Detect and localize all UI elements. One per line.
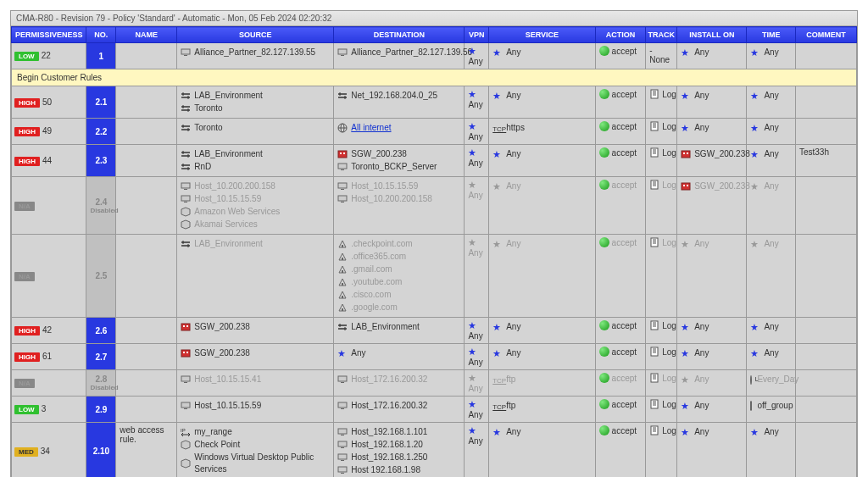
cell-action[interactable]: accept bbox=[595, 145, 646, 177]
obj-any[interactable]: ★Any bbox=[750, 90, 792, 102]
cell-permissiveness[interactable]: HIGH49 bbox=[12, 119, 86, 145]
action-accept[interactable]: accept bbox=[599, 347, 637, 357]
cell-source[interactable]: Toronto bbox=[177, 119, 334, 145]
cell-time[interactable]: ★Any bbox=[747, 43, 796, 69]
cell-track[interactable]: Log bbox=[646, 318, 677, 344]
vpn-any[interactable]: ★Any bbox=[468, 147, 485, 168]
col-permissiveness[interactable]: PERMISSIVENESS bbox=[12, 27, 86, 43]
cell-destination[interactable]: .checkpoint.com.office365.com.gmail.com.… bbox=[334, 235, 465, 318]
obj-any[interactable]: ★Any bbox=[492, 321, 591, 333]
col-install-on[interactable]: INSTALL ON bbox=[677, 27, 747, 43]
object-item[interactable]: Host 192.168.1.98 bbox=[337, 464, 460, 476]
rule-row[interactable]: N/A 2.5 LAB_Environment .checkpoint.com.… bbox=[12, 235, 857, 318]
cell-action[interactable]: accept bbox=[595, 86, 646, 119]
object-item[interactable]: Akamai Services bbox=[181, 219, 330, 230]
cell-time[interactable]: ★Any bbox=[747, 177, 796, 235]
obj-any[interactable]: ★Any bbox=[681, 347, 743, 359]
cell-vpn[interactable]: ★Any bbox=[465, 145, 489, 177]
rule-row[interactable]: N/A 2.4Disabled Host_10.200.200.158Host_… bbox=[12, 177, 857, 235]
col-destination[interactable]: DESTINATION bbox=[334, 27, 465, 43]
cell-action[interactable]: accept bbox=[595, 318, 646, 344]
object-item[interactable]: TCPhttps bbox=[492, 122, 591, 134]
obj-any[interactable]: ★Any bbox=[681, 400, 743, 412]
cell-track[interactable]: Log bbox=[646, 344, 677, 370]
action-accept[interactable]: accept bbox=[599, 320, 637, 330]
cell-track[interactable]: Log bbox=[646, 423, 677, 478]
object-item[interactable]: SGW_200.238 bbox=[181, 347, 330, 359]
rule-row[interactable]: LOW22 1 Alliance_Partner_82.127.139.55 A… bbox=[12, 43, 857, 69]
obj-any[interactable]: ★Any bbox=[681, 90, 743, 102]
object-item[interactable]: Net_192.168.204.0_25 bbox=[337, 90, 460, 102]
vpn-any[interactable]: ★Any bbox=[468, 347, 485, 367]
object-item[interactable]: .checkpoint.com bbox=[337, 238, 460, 250]
object-item[interactable]: Toronto bbox=[181, 122, 330, 134]
obj-any[interactable]: ★Any bbox=[492, 148, 591, 160]
cell-name[interactable]: web access rule. bbox=[116, 423, 177, 478]
cell-time[interactable]: ★Any bbox=[747, 344, 796, 370]
cell-source[interactable]: LAB_EnvironmentRnD bbox=[177, 145, 334, 177]
cell-source[interactable]: LAB_Environment bbox=[177, 235, 334, 318]
object-item[interactable]: Host_10.15.15.59 bbox=[337, 180, 460, 192]
cell-source[interactable]: Host_10.15.15.59 bbox=[177, 397, 334, 423]
cell-permissiveness[interactable]: HIGH42 bbox=[12, 318, 86, 344]
object-item[interactable]: RnD bbox=[181, 161, 330, 173]
cell-name[interactable] bbox=[116, 177, 177, 235]
object-item[interactable]: Amazon Web Services bbox=[181, 206, 330, 218]
rule-row[interactable]: HIGH61 2.7 SGW_200.238 ★Any ★Any ★Any ac… bbox=[12, 344, 857, 370]
object-item[interactable]: Host_10.15.15.59 bbox=[181, 400, 330, 412]
cell-destination[interactable]: LAB_Environment bbox=[334, 318, 465, 344]
cell-source[interactable]: Alliance_Partner_82.127.139.55 bbox=[177, 43, 334, 69]
vpn-any[interactable]: ★Any bbox=[468, 237, 485, 258]
cell-source[interactable]: Host_10.15.15.41 bbox=[177, 370, 334, 397]
cell-comment[interactable] bbox=[795, 397, 856, 423]
col-time[interactable]: TIME bbox=[747, 27, 796, 43]
cell-install-on[interactable]: ★Any bbox=[677, 344, 747, 370]
track-log[interactable]: Log bbox=[649, 320, 676, 330]
rule-row[interactable]: HIGH50 2.1 LAB_EnvironmentToronto Net_19… bbox=[12, 86, 857, 119]
cell-permissiveness[interactable]: N/A bbox=[12, 235, 86, 318]
col-source[interactable]: SOURCE bbox=[177, 27, 334, 43]
object-item[interactable]: LAB_Environment bbox=[337, 321, 460, 333]
cell-no[interactable]: 2.2 bbox=[86, 119, 116, 145]
cell-destination[interactable]: Alliance_Partner_82.127.139.56 bbox=[334, 43, 465, 69]
obj-any[interactable]: ★Any bbox=[750, 347, 792, 359]
object-item[interactable]: Check Point bbox=[181, 439, 330, 451]
cell-track[interactable]: Log bbox=[646, 177, 677, 235]
cell-permissiveness[interactable]: MED34 bbox=[12, 423, 86, 478]
cell-action[interactable]: accept bbox=[595, 177, 646, 235]
rule-row[interactable]: HIGH42 2.6 SGW_200.238 LAB_Environment ★… bbox=[12, 318, 857, 344]
track-log[interactable]: Log bbox=[649, 180, 676, 190]
cell-comment[interactable]: Test33h bbox=[795, 145, 856, 177]
cell-no[interactable]: 2.10 bbox=[86, 423, 116, 478]
object-item[interactable]: Host_192.168.1.250 bbox=[337, 452, 460, 463]
cell-permissiveness[interactable]: N/A bbox=[12, 370, 86, 397]
cell-time[interactable]: Every_Day bbox=[747, 370, 796, 397]
obj-any[interactable]: ★Any bbox=[492, 180, 591, 192]
cell-destination[interactable]: Host_172.16.200.32 bbox=[334, 397, 465, 423]
cell-install-on[interactable]: SGW_200.238 bbox=[677, 145, 747, 177]
object-item[interactable]: Host_172.16.200.32 bbox=[337, 400, 460, 412]
cell-comment[interactable] bbox=[795, 235, 856, 318]
cell-comment[interactable] bbox=[795, 318, 856, 344]
object-item[interactable]: LAB_Environment bbox=[181, 238, 330, 250]
object-item[interactable]: SGW_200.238 bbox=[181, 321, 330, 333]
cell-name[interactable] bbox=[116, 145, 177, 177]
rule-row[interactable]: N/A 2.8Disabled Host_10.15.15.41 Host_17… bbox=[12, 370, 857, 397]
cell-service[interactable]: TCPftp bbox=[489, 370, 595, 397]
cell-permissiveness[interactable]: HIGH50 bbox=[12, 86, 86, 119]
cell-name[interactable] bbox=[116, 370, 177, 397]
cell-vpn[interactable]: ★Any bbox=[465, 235, 489, 318]
cell-action[interactable]: accept bbox=[595, 397, 646, 423]
object-item[interactable]: off_group bbox=[750, 400, 792, 412]
object-item[interactable]: Host_192.168.1.20 bbox=[337, 439, 460, 451]
obj-any[interactable]: ★Any bbox=[681, 47, 743, 58]
cell-service[interactable]: ★Any bbox=[489, 43, 595, 69]
object-item[interactable]: .gmail.com bbox=[337, 263, 460, 275]
cell-install-on[interactable]: ★Any bbox=[677, 43, 747, 69]
cell-source[interactable]: IPmy_rangeCheck PointWindows Virtual Des… bbox=[177, 423, 334, 478]
cell-no[interactable]: 2.5 bbox=[86, 235, 116, 318]
cell-track[interactable]: Log bbox=[646, 145, 677, 177]
action-accept[interactable]: accept bbox=[599, 147, 637, 158]
vpn-any[interactable]: ★Any bbox=[468, 46, 485, 66]
cell-vpn[interactable]: ★Any bbox=[465, 86, 489, 119]
